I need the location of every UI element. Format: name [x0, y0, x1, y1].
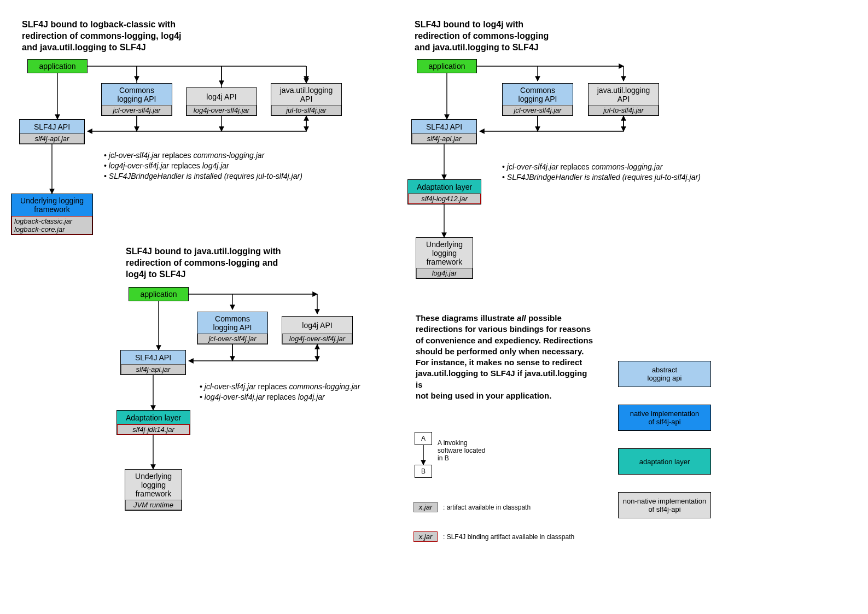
legend-ab-text: A invoking software located in B [438, 439, 485, 462]
d3-underlying-jar: log4j.jar [416, 268, 473, 278]
d3-slf4j-jar: slf4j-api.jar [412, 133, 476, 144]
legend-b: B [415, 465, 432, 478]
legend-xjar2-text: : SLF4J binding artifact available in cl… [443, 533, 574, 541]
d1-slf4j-label: SLF4J API [20, 120, 84, 133]
d3-jul-jar: jul-to-slf4j.jar [589, 105, 659, 115]
d1-jul-label: java.util.logging API [271, 84, 341, 105]
d2-commons-jar: jcl-over-slf4j.jar [197, 334, 267, 344]
legend-adaptation: adaptation layer [618, 448, 711, 475]
d3-underlying-label: Underlying logging framework [416, 238, 473, 268]
d1-log4j-label: log4j API [187, 88, 257, 105]
d3-commons-jar: jcl-over-slf4j.jar [503, 105, 573, 115]
d2-slf4j-jar: slf4j-api.jar [121, 364, 185, 375]
d3-adapt-label: Adaptation layer [408, 180, 481, 194]
d3-notes: • jcl-over-slf4j.jar replaces commons-lo… [502, 162, 701, 183]
d1-log4j: log4j API log4j-over-slf4j.jar [186, 87, 257, 116]
d2-adapt: Adaptation layer slf4j-jdk14.jar [116, 410, 190, 435]
d3-slf4j-label: SLF4J API [412, 120, 476, 133]
d1-notes: • jcl-over-slf4j.jar replaces commons-lo… [104, 150, 302, 182]
d1-underlying: Underlying logging framework logback-cla… [11, 194, 93, 235]
d1-underlying-jar: logback-classic.jar logback-core.jar [11, 216, 92, 235]
d3-adapt-jar: slf4j-log412.jar [408, 194, 481, 204]
legend-nonnative: non-native implementation of slf4j-api [618, 492, 711, 518]
d2-commons: Commons logging API jcl-over-slf4j.jar [197, 312, 268, 344]
d3-commons: Commons logging API jcl-over-slf4j.jar [502, 83, 573, 116]
summary: These diagrams illustrate all possible r… [416, 313, 596, 401]
d1-underlying-label: Underlying logging framework [11, 194, 92, 216]
d2-title: SLF4J bound to java.util.logging with re… [126, 246, 281, 280]
d3-application: application [417, 59, 477, 73]
legend-abstract: abstract logging api [618, 361, 711, 387]
d2-underlying-jar: JVM runtime [125, 500, 182, 510]
d2-underlying: Underlying logging framework JVM runtime [125, 469, 182, 511]
d1-commons-label: Commons logging API [102, 84, 172, 105]
d1-slf4j-jar: slf4j-api.jar [20, 133, 84, 144]
d3-adapt: Adaptation layer slf4j-log412.jar [407, 179, 481, 204]
d1-title: SLF4J bound to logback-classic with redi… [22, 19, 182, 53]
d1-log4j-jar: log4j-over-slf4j.jar [187, 105, 257, 115]
d1-jul-jar: jul-to-slf4j.jar [271, 105, 341, 115]
d2-slf4j: SLF4J API slf4j-api.jar [120, 350, 186, 375]
legend-native: native implementation of slf4j-api [618, 405, 711, 431]
d1-commons-jar: jcl-over-slf4j.jar [102, 105, 172, 115]
d3-underlying: Underlying logging framework log4j.jar [416, 237, 473, 279]
d2-slf4j-label: SLF4J API [121, 350, 185, 364]
d3-commons-label: Commons logging API [503, 84, 573, 105]
d1-jul: java.util.logging API jul-to-slf4j.jar [271, 83, 342, 116]
d3-slf4j: SLF4J API slf4j-api.jar [411, 119, 477, 144]
d3-title: SLF4J bound to log4j with redirection of… [415, 19, 549, 53]
legend-xjar2: x.jar [413, 531, 438, 542]
d3-jul: java.util.logging API jul-to-slf4j.jar [588, 83, 659, 116]
d2-log4j-jar: log4j-over-slf4j.jar [282, 334, 352, 344]
d3-jul-label: java.util.logging API [589, 84, 659, 105]
d2-notes: • jcl-over-slf4j.jar replaces commons-lo… [200, 382, 360, 402]
d1-commons: Commons logging API jcl-over-slf4j.jar [101, 83, 172, 116]
legend-xjar-text: : artifact available in classpath [443, 504, 531, 511]
legend-a: A [415, 432, 432, 445]
d2-adapt-jar: slf4j-jdk14.jar [117, 424, 190, 435]
d2-log4j-label: log4j API [282, 317, 352, 334]
d1-slf4j: SLF4J API slf4j-api.jar [19, 119, 85, 144]
legend-xjar: x.jar [413, 502, 438, 512]
d2-application: application [129, 287, 189, 301]
d2-adapt-label: Adaptation layer [117, 411, 190, 424]
d2-underlying-label: Underlying logging framework [125, 470, 182, 500]
d2-log4j: log4j API log4j-over-slf4j.jar [282, 316, 353, 344]
d1-application: application [27, 59, 88, 73]
d2-commons-label: Commons logging API [197, 312, 267, 334]
